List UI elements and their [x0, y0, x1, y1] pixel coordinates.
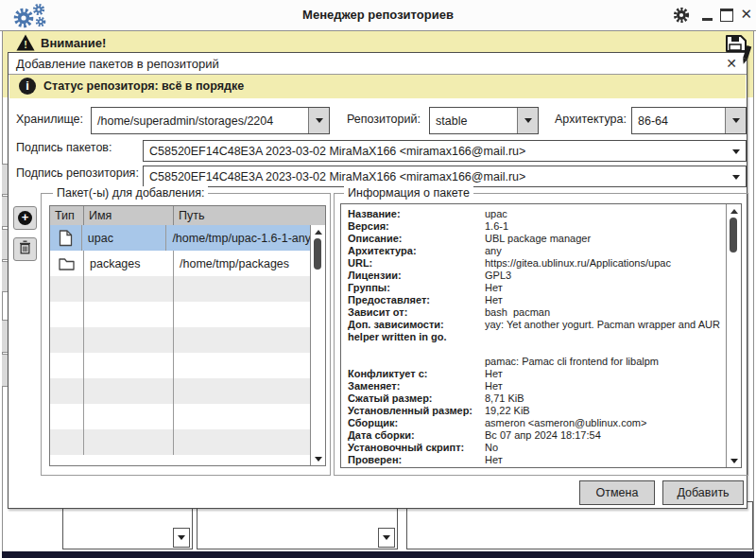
window-bottom-strip [2, 551, 754, 558]
storage-combobox[interactable]: /home/superadmin/storages/2204 [91, 107, 330, 134]
scrollbar-thumb[interactable] [730, 218, 737, 253]
plus-icon: + [18, 211, 32, 225]
package-row-empty [50, 378, 311, 404]
column-header-name[interactable]: Имя [84, 206, 174, 225]
sign-packages-combobox[interactable]: C58520EF14C48E3A 2023-03-02 MiraMaX166 <… [143, 140, 747, 162]
empty-cell [174, 429, 311, 455]
packages-table-header: Тип Имя Путь [50, 206, 325, 226]
info-label [348, 356, 485, 368]
architecture-label: Архитектура: [555, 107, 627, 132]
info-label: Предоставляет: [348, 294, 485, 306]
info-label: Установочный скрипт: [348, 442, 485, 454]
info-label: Версия: [348, 220, 485, 233]
info-value: yay: Yet another yogurt. Pacman wrapper … [485, 319, 720, 331]
info-label: Описание: [348, 233, 485, 245]
scrollbar-thumb[interactable] [314, 238, 321, 270]
empty-cell [50, 404, 84, 429]
info-row [348, 343, 720, 356]
empty-cell [174, 353, 311, 378]
maximize-icon[interactable] [720, 9, 733, 22]
cancel-button[interactable]: Отмена [579, 480, 655, 505]
empty-cell [84, 404, 174, 429]
info-row: Сжатый размер:8,71 KiB [348, 392, 720, 405]
info-scrollbar[interactable] [726, 204, 741, 467]
chevron-down-icon[interactable] [173, 528, 190, 548]
packages-table-body: upac/home/tmp/upac-1.6-1-anypackages/hom… [50, 225, 311, 465]
info-row: Описание:UBL package manager [348, 233, 720, 245]
info-label: Зависит от: [348, 306, 485, 319]
info-label [348, 343, 485, 356]
repo-status-text: Статус репозиторя: всё в порядке [43, 75, 244, 98]
add-button[interactable]: Добавить [662, 480, 744, 505]
info-row: pamac: Pamac cli frontend for libalpm [348, 356, 720, 368]
info-value: 19,22 KiB [485, 405, 530, 417]
delete-package-button[interactable] [13, 237, 37, 261]
info-label: Название: [348, 208, 485, 220]
info-row: Лицензии:GPL3 [348, 270, 720, 282]
empty-cell [84, 353, 174, 378]
window-close-icon[interactable]: ✕ [740, 6, 752, 23]
empty-cell [174, 378, 311, 404]
chevron-down-icon[interactable] [732, 149, 740, 154]
info-label: Сборщик: [348, 417, 485, 429]
scroll-up-icon[interactable] [311, 226, 325, 237]
package-row-empty [50, 404, 311, 429]
package-row-empty [50, 276, 311, 302]
chevron-down-icon[interactable] [732, 175, 740, 180]
chevron-down-icon[interactable] [308, 108, 329, 133]
info-label: Группы: [348, 282, 485, 294]
chevron-down-icon[interactable] [378, 528, 395, 548]
info-value: No [485, 442, 498, 454]
info-value: upac [485, 208, 507, 220]
warning-text: Внимание! [41, 36, 106, 50]
sign-repo-combobox[interactable]: C58520EF14C48E3A 2023-03-02 MiraMaX166 <… [143, 166, 747, 187]
repository-label: Репозиторий: [347, 107, 421, 132]
info-value: Нет [485, 454, 503, 466]
scroll-up-icon[interactable] [727, 205, 741, 217]
package-row-empty [50, 302, 311, 327]
info-row: Группы:Нет [348, 282, 720, 294]
chevron-down-icon[interactable] [517, 108, 538, 133]
package-row[interactable]: packages/home/tmp/packages [50, 251, 311, 276]
sign-packages-value: C58520EF14C48E3A 2023-03-02 MiraMaX166 <… [149, 141, 525, 161]
info-value: https://gitea.ublinux.ru/Applications/up… [485, 257, 671, 270]
info-label: Заменяет: [348, 380, 485, 392]
repository-combobox[interactable]: stable [429, 107, 539, 134]
empty-cell [84, 327, 174, 353]
scroll-down-icon[interactable] [727, 455, 741, 466]
add-package-button[interactable]: + [13, 206, 37, 230]
package-path: /home/tmp/upac-1.6-1-any [166, 225, 311, 251]
empty-cell [50, 327, 84, 353]
chevron-down-icon[interactable] [725, 108, 746, 133]
save-floppy-pen-icon[interactable] [724, 33, 754, 73]
minimize-icon[interactable] [702, 18, 713, 21]
column-header-path[interactable]: Путь [174, 206, 325, 225]
info-value: any [485, 245, 502, 257]
info-row: Сборщик:asmeron <asmeron@ublinux.com> [348, 417, 720, 429]
info-value: Нет [485, 380, 503, 392]
info-label: Конфликтует с: [348, 368, 485, 380]
info-row: Дата сборки:Вс 07 апр 2024 18:17:54 [348, 429, 720, 442]
info-label: Сжатый размер: [348, 392, 485, 405]
column-header-type[interactable]: Тип [50, 206, 84, 225]
empty-cell [174, 327, 311, 353]
packages-scrollbar[interactable] [310, 225, 325, 465]
package-row[interactable]: upac/home/tmp/upac-1.6-1-any [50, 225, 311, 251]
package-row-empty [50, 429, 311, 455]
info-row: Название:upac [348, 208, 720, 220]
info-value: 8,71 KiB [485, 392, 524, 405]
scroll-down-icon[interactable] [311, 453, 325, 464]
empty-cell [50, 378, 84, 404]
dialog-title: Добавление пакетов в репозиторий [16, 57, 219, 71]
packages-group-legend: Пакет(-ы) для добавления: [53, 186, 208, 200]
info-value: GPL3 [485, 270, 511, 282]
info-row: Доп. зависимости:yay: Yet another yogurt… [348, 319, 720, 331]
info-row: Предоставляет:Нет [348, 294, 720, 306]
architecture-combobox[interactable]: 86-64 [631, 107, 747, 134]
info-label: URL: [348, 257, 485, 270]
package-path: /home/tmp/packages [174, 251, 311, 276]
empty-cell [84, 378, 174, 404]
add-packages-dialog: Добавление пакетов в репозиторий ✕ i Ста… [8, 52, 747, 509]
settings-gear-icon[interactable] [673, 7, 690, 27]
package-info-panel: Название:upacВерсия:1.6-1Описание:UBL pa… [340, 203, 742, 468]
